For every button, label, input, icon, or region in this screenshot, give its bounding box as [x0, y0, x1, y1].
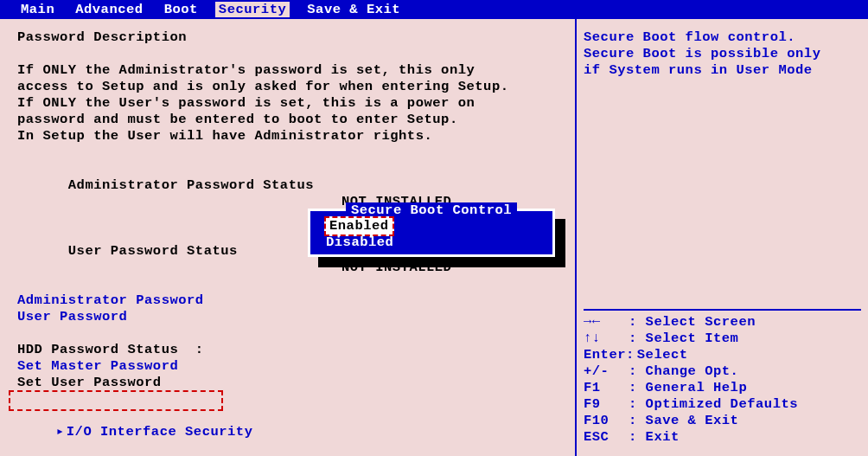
- popup-secure-boot-control: Secure Boot Control Enabled Disabled: [308, 209, 555, 257]
- desc-line: If ONLY the User's password is set, this…: [17, 95, 575, 112]
- desc-line: password and must be entered to boot to …: [17, 112, 575, 128]
- tab-boot[interactable]: Boot: [161, 2, 201, 17]
- hotkey-change-opt: +/-: Change Opt.: [584, 363, 861, 380]
- desc-line: access to Setup and is only asked for wh…: [17, 79, 575, 95]
- tab-save-exit[interactable]: Save & Exit: [303, 2, 404, 17]
- help-line: if System runs in User Mode: [584, 62, 861, 79]
- popup-option-enabled[interactable]: Enabled: [324, 216, 394, 236]
- row-hdd-pw-status: HDD Password Status :: [17, 342, 575, 358]
- hotkey-enter: Enter: Select: [584, 347, 861, 363]
- desc-line: If ONLY the Administrator's password is …: [17, 62, 575, 79]
- row-user-password[interactable]: User Password: [17, 309, 575, 325]
- label: User Password Status: [68, 243, 238, 259]
- main-panel: Password Description If ONLY the Adminis…: [0, 19, 575, 456]
- help-panel: Secure Boot flow control. Secure Boot is…: [575, 19, 868, 456]
- desc-line: In Setup the User will have Administrato…: [17, 128, 575, 145]
- tab-security[interactable]: Security: [215, 2, 290, 17]
- tab-main[interactable]: Main: [17, 2, 58, 17]
- submenu-arrow-icon: ▸: [56, 424, 67, 440]
- hotkey-defaults: F9: Optimized Defaults: [584, 396, 861, 413]
- help-line: Secure Boot flow control.: [584, 29, 861, 46]
- hotkey-general-help: F1: General Help: [584, 380, 861, 396]
- label: Administrator Password Status: [68, 177, 314, 193]
- row-set-master-password[interactable]: Set Master Password: [17, 358, 575, 375]
- hotkey-legend: →←: Select Screen ↑↓: Select Item Enter:…: [584, 309, 861, 446]
- row-io-interface-security[interactable]: ▸I/O Interface Security: [17, 408, 575, 456]
- heading-password-description: Password Description: [17, 29, 575, 46]
- hotkey-save-exit: F10: Save & Exit: [584, 413, 861, 429]
- row-set-user-password[interactable]: Set User Password: [17, 375, 575, 391]
- row-admin-password[interactable]: Administrator Password: [17, 292, 575, 309]
- hotkey-select-screen: →←: Select Screen: [584, 314, 861, 331]
- label: I/O Interface Security: [67, 424, 253, 440]
- hotkey-select-item: ↑↓: Select Item: [584, 331, 861, 347]
- help-line: Secure Boot is possible only: [584, 46, 861, 62]
- popup-option-disabled[interactable]: Disabled: [314, 234, 549, 251]
- menubar: Main Advanced Boot Security Save & Exit: [0, 0, 868, 19]
- value: NOT INSTALLED: [341, 260, 451, 276]
- hotkey-exit: ESC: Exit: [584, 429, 861, 446]
- tab-advanced[interactable]: Advanced: [72, 2, 146, 17]
